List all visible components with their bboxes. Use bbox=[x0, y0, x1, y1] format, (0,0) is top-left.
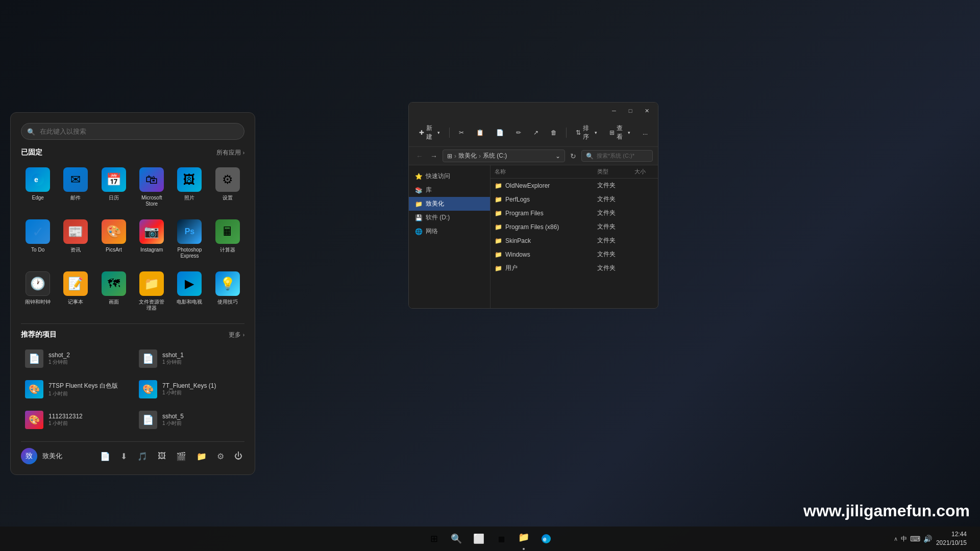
app-clock[interactable]: 🕐 闹钟和时钟 bbox=[21, 267, 55, 315]
volume-icon[interactable]: 🔊 bbox=[923, 535, 932, 543]
app-movies[interactable]: ▶ 电影和电视 bbox=[173, 267, 206, 315]
videos-icon[interactable]: 🎬 bbox=[174, 449, 188, 463]
app-store[interactable]: 🛍 Microsoft Store bbox=[135, 163, 168, 211]
sidebar-beautify[interactable]: 📁 致美化 bbox=[409, 197, 490, 211]
show-desktop-button[interactable] bbox=[971, 529, 974, 548]
col-size[interactable]: 大小 bbox=[630, 165, 658, 179]
toolbar-separator bbox=[449, 128, 450, 138]
delete-button[interactable]: 🗑 bbox=[546, 127, 562, 138]
music-icon[interactable]: 🎵 bbox=[135, 449, 150, 463]
app-calendar[interactable]: 📅 日历 bbox=[97, 163, 131, 211]
app-photoshop[interactable]: Ps Photoshop Express bbox=[173, 215, 206, 263]
taskbar-fileexplorer-button[interactable]: 📁 bbox=[514, 528, 533, 547]
app-todo[interactable]: ✓ To Do bbox=[21, 215, 55, 263]
explorer-search-box[interactable]: 🔍 搜索*系统 (C:)* bbox=[581, 150, 653, 162]
rec-sshot1[interactable]: 📄 sshot_1 1 分钟前 bbox=[135, 345, 244, 372]
rec-sshot5-time: 1 小时前 bbox=[162, 420, 240, 427]
clock-date: 2021/10/15 bbox=[936, 539, 967, 547]
rec-sshot5[interactable]: 📄 sshot_5 1 小时前 bbox=[135, 407, 244, 433]
taskbar-search-button[interactable]: 🔍 bbox=[447, 529, 466, 548]
file-row-0[interactable]: 📁OldNewExplorer 文件夹 bbox=[491, 179, 658, 193]
app-filemanager[interactable]: 📁 文件资源管理器 bbox=[135, 267, 168, 315]
app-instagram[interactable]: 📷 Instagram bbox=[135, 215, 168, 263]
breadcrumb-root: ⊞ bbox=[447, 153, 452, 160]
taskbar-fileexp-wrap: 📁 bbox=[514, 528, 533, 550]
user-avatar: 致 bbox=[21, 448, 37, 464]
search-input[interactable] bbox=[21, 123, 244, 140]
copy-button[interactable]: 📋 bbox=[471, 127, 489, 138]
file-row-2[interactable]: 📁Program Files 文件夹 bbox=[491, 206, 658, 220]
taskbar-start-button[interactable]: ⊞ bbox=[424, 529, 444, 548]
rec-7tsp-icon: 🎨 bbox=[25, 380, 43, 398]
file-row-6[interactable]: 📁用户 文件夹 bbox=[491, 261, 658, 275]
folder-icon[interactable]: 📁 bbox=[194, 449, 209, 463]
rec-num[interactable]: 🎨 1112312312 1 小时前 bbox=[21, 407, 131, 433]
dropdown-chevron-icon[interactable]: ⌄ bbox=[555, 153, 560, 160]
more-recommended-link[interactable]: 更多 › bbox=[229, 331, 244, 339]
rec-7tfluent-icon: 🎨 bbox=[139, 380, 157, 398]
instagram-icon: 📷 bbox=[139, 219, 164, 244]
back-button[interactable]: ← bbox=[414, 151, 425, 161]
rec-sshot1-time: 1 分钟前 bbox=[162, 359, 240, 366]
tray-expand-icon[interactable]: ∧ bbox=[894, 536, 898, 542]
app-photos[interactable]: 🖼 照片 bbox=[173, 163, 206, 211]
col-name[interactable]: 名称 bbox=[491, 165, 593, 179]
rec-7tfluent[interactable]: 🎨 7T_Fluent_Keys (1) 1 小时前 bbox=[135, 376, 244, 403]
rec-sshot5-info: sshot_5 1 小时前 bbox=[162, 413, 240, 427]
app-edge[interactable]: e Edge bbox=[21, 163, 55, 211]
filemanager-label: 文件资源管理器 bbox=[137, 299, 166, 311]
share-button[interactable]: ↗ bbox=[528, 127, 544, 138]
view-button[interactable]: ⊞ 查看 ▾ bbox=[604, 122, 635, 143]
downloads-icon[interactable]: ⬇ bbox=[118, 449, 129, 463]
more-button[interactable]: ... bbox=[638, 127, 653, 138]
paste-button[interactable]: 📄 bbox=[491, 127, 509, 138]
app-mail[interactable]: ✉ 邮件 bbox=[59, 163, 92, 211]
taskbar-widgets-wrap: ▦ bbox=[492, 529, 511, 548]
close-button[interactable]: ✕ bbox=[640, 106, 654, 116]
taskbar-edge-button[interactable]: e bbox=[536, 529, 556, 548]
breadcrumb-parent: 致美化 bbox=[458, 152, 477, 160]
app-notes[interactable]: 📝 记事本 bbox=[59, 267, 92, 315]
user-info[interactable]: 致 致美化 bbox=[21, 448, 62, 464]
maximize-button[interactable]: □ bbox=[623, 106, 638, 116]
taskbar: ⊞ 🔍 ⬜ ▦ 📁 e ∧ 中 bbox=[0, 527, 980, 551]
app-picsart[interactable]: 🎨 PicsArt bbox=[97, 215, 131, 263]
user-name: 致美化 bbox=[42, 452, 62, 461]
power-icon[interactable]: ⏻ bbox=[232, 449, 244, 463]
new-button[interactable]: ✚ 新建 ▾ bbox=[414, 122, 445, 143]
rec-sshot2[interactable]: 📄 sshot_2 1 分钟前 bbox=[21, 345, 131, 372]
forward-button[interactable]: → bbox=[428, 151, 439, 161]
file-row-4[interactable]: 📁SkinPack 文件夹 bbox=[491, 234, 658, 247]
file-row-3[interactable]: 📁Program Files (x86) 文件夹 bbox=[491, 220, 658, 234]
taskbar-clock[interactable]: 12:44 2021/10/15 bbox=[936, 530, 967, 547]
refresh-button[interactable]: ↻ bbox=[568, 151, 578, 161]
mail-icon: ✉ bbox=[63, 167, 88, 192]
all-apps-link[interactable]: 所有应用 › bbox=[216, 148, 244, 157]
calc-icon: 🖩 bbox=[215, 219, 240, 244]
taskbar-taskview-button[interactable]: ⬜ bbox=[469, 529, 488, 548]
app-news[interactable]: 📰 资讯 bbox=[59, 215, 92, 263]
breadcrumb[interactable]: ⊞ › 致美化 › 系统 (C:) ⌄ bbox=[443, 149, 565, 162]
sort-button[interactable]: ⇅ 排序 ▾ bbox=[571, 122, 602, 143]
file-row-1[interactable]: 📁PerfLogs 文件夹 bbox=[491, 192, 658, 206]
edge-icon: e bbox=[26, 167, 50, 192]
sidebar-quickaccess[interactable]: ⭐ 快速访问 bbox=[409, 169, 490, 183]
col-type[interactable]: 类型 bbox=[593, 165, 630, 179]
pictures-icon[interactable]: 🖼 bbox=[156, 449, 168, 463]
app-tips[interactable]: 💡 使用技巧 bbox=[211, 267, 244, 315]
rec-7tsp[interactable]: 🎨 7TSP Fluent Keys 白色版 1 小时前 bbox=[21, 376, 131, 403]
rename-button[interactable]: ✏ bbox=[511, 127, 526, 138]
documents-icon[interactable]: 📄 bbox=[98, 449, 112, 463]
maps-icon: 🗺 bbox=[102, 271, 126, 296]
minimize-button[interactable]: ─ bbox=[607, 106, 621, 116]
app-settings[interactable]: ⚙ 设置 bbox=[211, 163, 244, 211]
app-maps[interactable]: 🗺 画面 bbox=[97, 267, 131, 315]
file-row-5[interactable]: 📁Windows 文件夹 bbox=[491, 247, 658, 261]
app-calc[interactable]: 🖩 计算器 bbox=[211, 215, 244, 263]
cut-button[interactable]: ✂ bbox=[454, 127, 469, 138]
sidebar-softwareD[interactable]: 💾 软件 (D:) bbox=[409, 211, 490, 224]
taskbar-widgets-button[interactable]: ▦ bbox=[492, 529, 511, 548]
sidebar-library[interactable]: 📚 库 bbox=[409, 183, 490, 197]
settings-bottom-icon[interactable]: ⚙ bbox=[215, 449, 226, 463]
sidebar-network[interactable]: 🌐 网络 bbox=[409, 224, 490, 238]
